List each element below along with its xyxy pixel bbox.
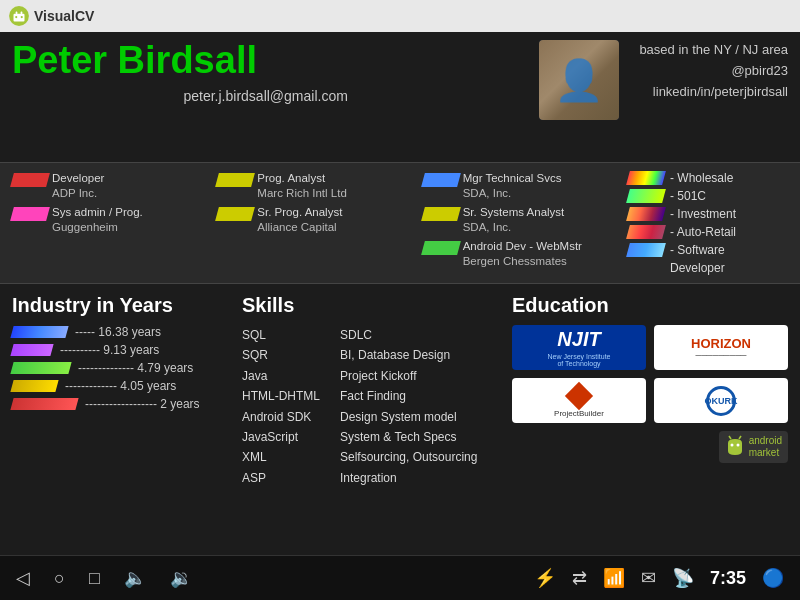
svg-line-9 [739, 436, 741, 439]
industry-bar-1 [10, 326, 68, 338]
svg-rect-1 [14, 14, 25, 22]
skill-asp: ASP [242, 468, 320, 488]
industry-title: Industry in Years [12, 294, 232, 317]
skill-sdlc: SDLC [340, 325, 477, 345]
android-text: androidmarket [749, 435, 782, 459]
email-address: peter.j.birdsall@gmail.com [12, 88, 519, 104]
legend-icon-wholesale [626, 171, 666, 185]
industry-label-2: ---------- 9.13 years [60, 343, 159, 357]
okurk-text: OKURK [705, 396, 738, 406]
bottom-section: Industry in Years ----- 16.38 years ----… [0, 284, 800, 555]
career-item-android: Android Dev - WebMstr Bergen Chessmates [423, 239, 628, 269]
edu-logo-projectbuilder: ProjectBuilder [512, 378, 646, 423]
career-section: Developer ADP Inc. Sys admin / Prog. Gug… [0, 162, 800, 284]
legend-label-developer: Developer [628, 261, 725, 275]
legend-501c: - 501C [628, 189, 788, 203]
career-item-mgr-tech: Mgr Technical Svcs SDA, Inc. [423, 171, 628, 201]
career-col-2: Prog. Analyst Marc Rich Intl Ltd Sr. Pro… [217, 171, 422, 237]
career-col-3: Mgr Technical Svcs SDA, Inc. Sr. Systems… [423, 171, 628, 271]
legend-software2: Developer [628, 261, 788, 275]
career-icon-green [421, 241, 461, 255]
legend-icon-software [626, 243, 666, 257]
recent-icon[interactable]: □ [89, 568, 100, 589]
legend-icon-autoretail [626, 225, 666, 239]
person-name: Peter Birdsall [12, 40, 519, 82]
skills-column: Skills SQL SQR Java HTML-DHTML Android S… [232, 294, 512, 545]
volume-down-icon[interactable]: 🔈 [124, 567, 146, 589]
career-item-sysadmin: Sys admin / Prog. Guggenheim [12, 205, 217, 235]
legend-wholesale: - Wholesale [628, 171, 788, 185]
career-text-sysadmin: Sys admin / Prog. Guggenheim [52, 205, 143, 235]
career-legend: - Wholesale - 501C - Investment - Auto-R… [628, 171, 788, 275]
android-icon [725, 435, 745, 459]
location-text: based in the NY / NJ area [639, 40, 788, 61]
clock-display: 7:35 [710, 568, 746, 589]
legend-investment: - Investment [628, 207, 788, 221]
battery-icon: 🔵 [762, 567, 784, 589]
signal-icon: 📶 [603, 567, 625, 589]
android-badge: androidmarket [719, 431, 788, 463]
industry-item-5: ------------------ 2 years [12, 397, 232, 411]
career-icon-yellow1 [215, 173, 255, 187]
edu-logo-njit: NJIT New Jersey Instituteof Technology [512, 325, 646, 370]
legend-label-autoretail: - Auto-Retail [670, 225, 736, 239]
skill-html: HTML-DHTML [242, 386, 320, 406]
system-bar: VisualCV [0, 0, 800, 32]
industry-label-5: ------------------ 2 years [85, 397, 200, 411]
linkedin-url: linkedin/in/peterjbirdsall [639, 82, 788, 103]
profile-photo [539, 40, 619, 120]
edu-logo-okurk: OKURK [654, 378, 788, 423]
skill-sql: SQL [242, 325, 320, 345]
nav-right-area: ⚡ ⇄ 📶 ✉ 📡 7:35 🔵 [534, 567, 784, 589]
svg-point-7 [736, 444, 739, 447]
nav-left-icons: ◁ ○ □ 🔈 🔉 [16, 567, 192, 589]
industry-label-1: ----- 16.38 years [75, 325, 161, 339]
app-logo [8, 5, 30, 27]
svg-point-5 [21, 16, 23, 18]
skills-list-2: SDLC BI, Database Design Project Kickoff… [340, 325, 477, 488]
header-contact: based in the NY / NJ area @pbird23 linke… [639, 40, 788, 102]
career-item-prog-analyst: Prog. Analyst Marc Rich Intl Ltd [217, 171, 422, 201]
skill-java: Java [242, 366, 320, 386]
career-text-android: Android Dev - WebMstr Bergen Chessmates [463, 239, 582, 269]
header-section: Peter Birdsall peter.j.birdsall@gmail.co… [0, 32, 800, 162]
industry-label-3: -------------- 4.79 years [78, 361, 193, 375]
skill-xml: XML [242, 447, 320, 467]
education-column: Education NJIT New Jersey Instituteof Te… [512, 294, 788, 545]
skill-design-system: Design System model [340, 407, 477, 427]
career-col-1: Developer ADP Inc. Sys admin / Prog. Gug… [12, 171, 217, 237]
header-left: Peter Birdsall peter.j.birdsall@gmail.co… [12, 40, 519, 104]
wifi-icon: 📡 [672, 567, 694, 589]
skills-grid: SQL SQR Java HTML-DHTML Android SDK Java… [242, 325, 502, 488]
back-icon[interactable]: ◁ [16, 567, 30, 589]
industry-bar-5 [10, 398, 78, 410]
career-text-sr-prog: Sr. Prog. Analyst Alliance Capital [257, 205, 342, 235]
legend-label-investment: - Investment [670, 207, 736, 221]
industry-bar-4 [10, 380, 58, 392]
career-text-mgr-tech: Mgr Technical Svcs SDA, Inc. [463, 171, 562, 201]
career-item-developer: Developer ADP Inc. [12, 171, 217, 201]
svg-point-4 [15, 16, 17, 18]
legend-autoretail: - Auto-Retail [628, 225, 788, 239]
usb-icon: ⚡ [534, 567, 556, 589]
svg-line-8 [729, 436, 731, 439]
career-text-developer: Developer ADP Inc. [52, 171, 104, 201]
svg-rect-3 [21, 12, 23, 15]
home-icon[interactable]: ○ [54, 568, 65, 589]
industry-item-4: ------------- 4.05 years [12, 379, 232, 393]
career-icon-red [10, 173, 50, 187]
okurk-circle: OKURK [706, 386, 736, 416]
skill-system-tech: System & Tech Specs [340, 427, 477, 447]
edu-logo-horizon: HORIZON ───────── [654, 325, 788, 370]
twitter-handle: @pbird23 [639, 61, 788, 82]
legend-icon-investment [626, 207, 666, 221]
career-item-sr-prog: Sr. Prog. Analyst Alliance Capital [217, 205, 422, 235]
android-logo-area: androidmarket [512, 431, 788, 463]
skills-list-1: SQL SQR Java HTML-DHTML Android SDK Java… [242, 325, 320, 488]
skill-fact-finding: Fact Finding [340, 386, 477, 406]
photo-placeholder [539, 40, 619, 120]
career-icon-yellow3 [421, 207, 461, 221]
volume-up-icon[interactable]: 🔉 [170, 567, 192, 589]
skill-project-kickoff: Project Kickoff [340, 366, 477, 386]
svg-rect-2 [16, 12, 18, 15]
